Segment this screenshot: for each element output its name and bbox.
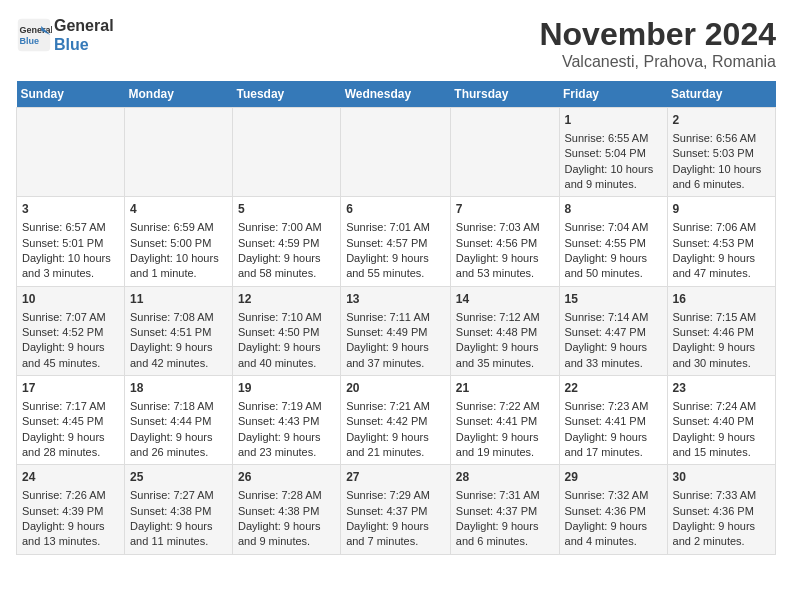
day-info-line: Daylight: 9 hours and 47 minutes. [673, 251, 770, 282]
day-number: 16 [673, 291, 770, 308]
day-number: 8 [565, 201, 662, 218]
calendar-day-cell: 17Sunrise: 7:17 AMSunset: 4:45 PMDayligh… [17, 376, 125, 465]
calendar-day-cell: 13Sunrise: 7:11 AMSunset: 4:49 PMDayligh… [341, 286, 451, 375]
day-info-line: Sunrise: 7:17 AM [22, 399, 119, 414]
calendar-header-row: SundayMondayTuesdayWednesdayThursdayFrid… [17, 81, 776, 108]
calendar-day-cell: 4Sunrise: 6:59 AMSunset: 5:00 PMDaylight… [124, 197, 232, 286]
day-info-line: Daylight: 9 hours and 6 minutes. [456, 519, 554, 550]
day-info-line: Sunrise: 7:07 AM [22, 310, 119, 325]
calendar-day-cell: 15Sunrise: 7:14 AMSunset: 4:47 PMDayligh… [559, 286, 667, 375]
day-number: 14 [456, 291, 554, 308]
day-info-line: Sunrise: 7:23 AM [565, 399, 662, 414]
calendar-day-cell: 21Sunrise: 7:22 AMSunset: 4:41 PMDayligh… [450, 376, 559, 465]
day-number: 18 [130, 380, 227, 397]
day-number: 30 [673, 469, 770, 486]
day-number: 12 [238, 291, 335, 308]
day-info-line: Daylight: 9 hours and 11 minutes. [130, 519, 227, 550]
calendar-day-cell: 28Sunrise: 7:31 AMSunset: 4:37 PMDayligh… [450, 465, 559, 554]
day-info-line: Sunset: 4:38 PM [130, 504, 227, 519]
day-info-line: Sunrise: 7:04 AM [565, 220, 662, 235]
logo-general: General [54, 16, 114, 35]
day-info-line: Sunset: 4:53 PM [673, 236, 770, 251]
day-of-week-header: Tuesday [232, 81, 340, 108]
calendar-day-cell [341, 108, 451, 197]
svg-text:General: General [20, 25, 52, 35]
day-info-line: Sunset: 5:01 PM [22, 236, 119, 251]
calendar-week-row: 3Sunrise: 6:57 AMSunset: 5:01 PMDaylight… [17, 197, 776, 286]
calendar-day-cell: 2Sunrise: 6:56 AMSunset: 5:03 PMDaylight… [667, 108, 775, 197]
day-info-line: Daylight: 9 hours and 19 minutes. [456, 430, 554, 461]
calendar-table: SundayMondayTuesdayWednesdayThursdayFrid… [16, 81, 776, 555]
day-info-line: Sunrise: 7:01 AM [346, 220, 445, 235]
day-number: 13 [346, 291, 445, 308]
day-info-line: Sunrise: 7:29 AM [346, 488, 445, 503]
calendar-day-cell: 9Sunrise: 7:06 AMSunset: 4:53 PMDaylight… [667, 197, 775, 286]
day-number: 5 [238, 201, 335, 218]
calendar-day-cell [232, 108, 340, 197]
day-of-week-header: Friday [559, 81, 667, 108]
day-info-line: Sunset: 4:41 PM [456, 414, 554, 429]
day-number: 9 [673, 201, 770, 218]
day-info-line: Sunset: 4:59 PM [238, 236, 335, 251]
location-title: Valcanesti, Prahova, Romania [539, 53, 776, 71]
day-info-line: Sunrise: 7:00 AM [238, 220, 335, 235]
day-info-line: Sunrise: 7:24 AM [673, 399, 770, 414]
day-number: 2 [673, 112, 770, 129]
calendar-week-row: 10Sunrise: 7:07 AMSunset: 4:52 PMDayligh… [17, 286, 776, 375]
day-number: 7 [456, 201, 554, 218]
day-info-line: Sunrise: 7:27 AM [130, 488, 227, 503]
day-info-line: Daylight: 9 hours and 37 minutes. [346, 340, 445, 371]
day-info-line: Sunrise: 7:32 AM [565, 488, 662, 503]
day-number: 24 [22, 469, 119, 486]
day-info-line: Sunrise: 7:19 AM [238, 399, 335, 414]
day-info-line: Sunrise: 7:10 AM [238, 310, 335, 325]
title-area: November 2024 Valcanesti, Prahova, Roman… [539, 16, 776, 71]
day-info-line: Sunset: 4:37 PM [456, 504, 554, 519]
month-title: November 2024 [539, 16, 776, 53]
day-info-line: Sunset: 4:41 PM [565, 414, 662, 429]
day-info-line: Sunrise: 7:11 AM [346, 310, 445, 325]
day-info-line: Daylight: 9 hours and 50 minutes. [565, 251, 662, 282]
day-info-line: Sunrise: 7:06 AM [673, 220, 770, 235]
calendar-day-cell: 16Sunrise: 7:15 AMSunset: 4:46 PMDayligh… [667, 286, 775, 375]
day-info-line: Sunset: 4:50 PM [238, 325, 335, 340]
day-number: 4 [130, 201, 227, 218]
day-info-line: Sunset: 5:00 PM [130, 236, 227, 251]
day-number: 19 [238, 380, 335, 397]
calendar-day-cell: 29Sunrise: 7:32 AMSunset: 4:36 PMDayligh… [559, 465, 667, 554]
day-number: 17 [22, 380, 119, 397]
calendar-day-cell: 18Sunrise: 7:18 AMSunset: 4:44 PMDayligh… [124, 376, 232, 465]
calendar-day-cell: 20Sunrise: 7:21 AMSunset: 4:42 PMDayligh… [341, 376, 451, 465]
day-number: 11 [130, 291, 227, 308]
day-info-line: Sunrise: 7:15 AM [673, 310, 770, 325]
calendar-day-cell: 5Sunrise: 7:00 AMSunset: 4:59 PMDaylight… [232, 197, 340, 286]
calendar-day-cell: 3Sunrise: 6:57 AMSunset: 5:01 PMDaylight… [17, 197, 125, 286]
day-info-line: Daylight: 10 hours and 6 minutes. [673, 162, 770, 193]
day-info-line: Daylight: 9 hours and 53 minutes. [456, 251, 554, 282]
day-info-line: Sunrise: 7:12 AM [456, 310, 554, 325]
day-of-week-header: Monday [124, 81, 232, 108]
day-info-line: Sunrise: 6:57 AM [22, 220, 119, 235]
day-info-line: Daylight: 9 hours and 33 minutes. [565, 340, 662, 371]
day-info-line: Sunset: 4:52 PM [22, 325, 119, 340]
day-info-line: Sunset: 4:49 PM [346, 325, 445, 340]
day-info-line: Daylight: 9 hours and 42 minutes. [130, 340, 227, 371]
day-info-line: Sunset: 4:44 PM [130, 414, 227, 429]
day-number: 20 [346, 380, 445, 397]
day-number: 1 [565, 112, 662, 129]
calendar-day-cell: 14Sunrise: 7:12 AMSunset: 4:48 PMDayligh… [450, 286, 559, 375]
calendar-day-cell: 1Sunrise: 6:55 AMSunset: 5:04 PMDaylight… [559, 108, 667, 197]
day-number: 22 [565, 380, 662, 397]
calendar-day-cell: 12Sunrise: 7:10 AMSunset: 4:50 PMDayligh… [232, 286, 340, 375]
day-info-line: Sunrise: 7:18 AM [130, 399, 227, 414]
day-info-line: Daylight: 9 hours and 9 minutes. [238, 519, 335, 550]
day-info-line: Daylight: 9 hours and 26 minutes. [130, 430, 227, 461]
day-number: 23 [673, 380, 770, 397]
day-info-line: Sunset: 4:51 PM [130, 325, 227, 340]
calendar-day-cell: 6Sunrise: 7:01 AMSunset: 4:57 PMDaylight… [341, 197, 451, 286]
day-info-line: Sunrise: 6:55 AM [565, 131, 662, 146]
day-info-line: Daylight: 9 hours and 15 minutes. [673, 430, 770, 461]
day-number: 26 [238, 469, 335, 486]
day-number: 28 [456, 469, 554, 486]
calendar-day-cell: 27Sunrise: 7:29 AMSunset: 4:37 PMDayligh… [341, 465, 451, 554]
